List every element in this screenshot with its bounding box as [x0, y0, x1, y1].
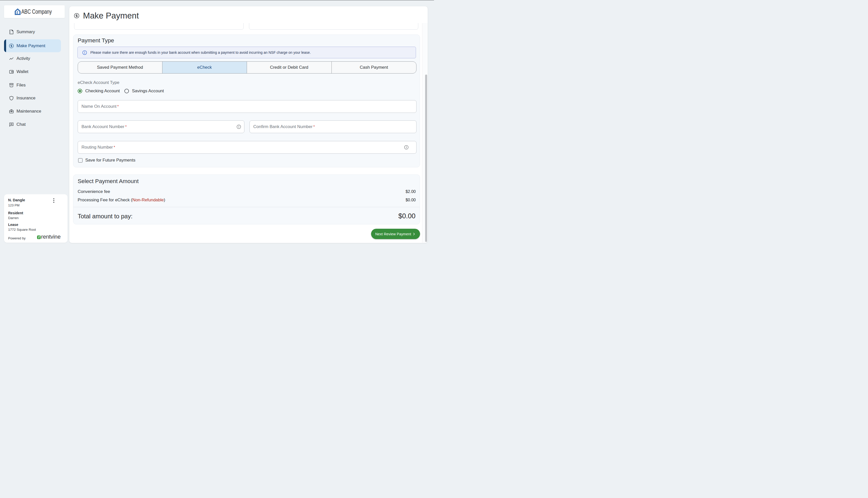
svg-text:ABC Company: ABC Company [21, 8, 52, 15]
svg-text:rentvine: rentvine [41, 234, 61, 240]
